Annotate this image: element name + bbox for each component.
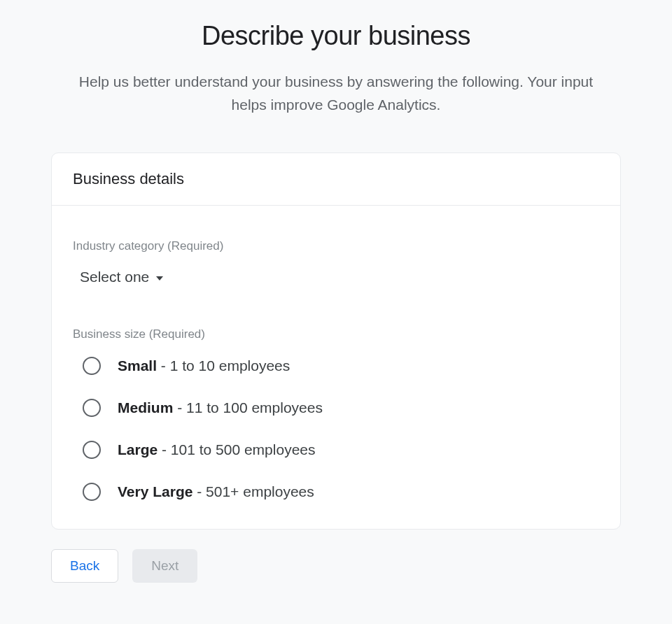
page-title: Describe your business: [51, 21, 621, 51]
business-size-radio-group: Small - 1 to 10 employees Medium - 11 to…: [83, 357, 599, 501]
industry-selected: Select one: [80, 269, 149, 285]
card-header: Business details: [52, 153, 620, 206]
radio-icon: [83, 399, 101, 417]
radio-option-large[interactable]: Large - 101 to 500 employees: [83, 441, 599, 459]
radio-label: Small - 1 to 10 employees: [118, 357, 290, 374]
industry-dropdown[interactable]: Select one: [80, 266, 163, 288]
industry-label: Industry category (Required): [73, 239, 599, 253]
business-size-label: Business size (Required): [73, 327, 599, 341]
radio-label: Large - 101 to 500 employees: [118, 441, 316, 458]
radio-icon: [83, 357, 101, 375]
back-button[interactable]: Back: [51, 549, 118, 583]
radio-option-medium[interactable]: Medium - 11 to 100 employees: [83, 399, 599, 417]
radio-option-very-large[interactable]: Very Large - 501+ employees: [83, 483, 599, 501]
next-button[interactable]: Next: [132, 549, 197, 583]
card-title: Business details: [73, 170, 599, 188]
card-body: Industry category (Required) Select one …: [52, 206, 620, 529]
business-details-card: Business details Industry category (Requ…: [51, 153, 621, 530]
radio-icon: [83, 441, 101, 459]
page-subtitle: Help us better understand your business …: [74, 71, 598, 116]
radio-icon: [83, 483, 101, 501]
button-row: Back Next: [51, 549, 621, 583]
radio-label: Very Large - 501+ employees: [118, 483, 314, 500]
radio-label: Medium - 11 to 100 employees: [118, 399, 323, 416]
caret-down-icon: [156, 276, 163, 281]
radio-option-small[interactable]: Small - 1 to 10 employees: [83, 357, 599, 375]
